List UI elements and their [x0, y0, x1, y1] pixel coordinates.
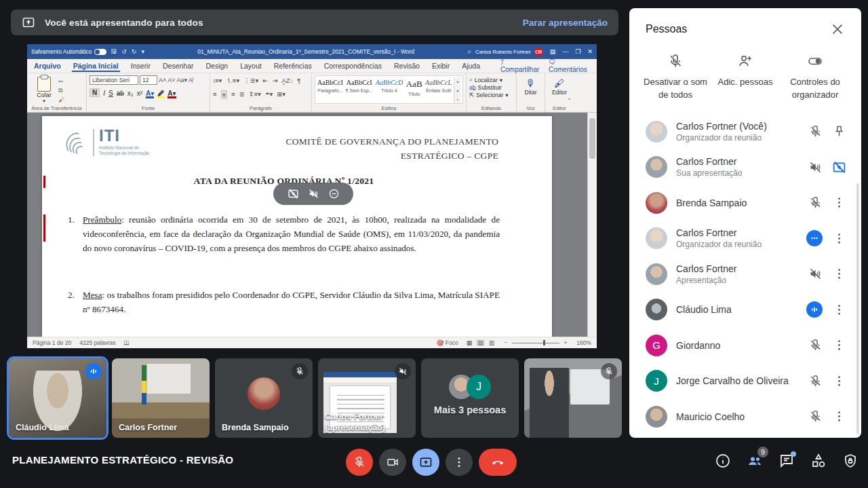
- more-options-icon[interactable]: [832, 338, 846, 352]
- pilcrow-icon[interactable]: ¶: [297, 77, 300, 86]
- comments-button[interactable]: 🗨 Comentários: [549, 58, 591, 73]
- read-mode-icon[interactable]: ▦: [467, 339, 473, 346]
- more-options-icon[interactable]: [832, 303, 846, 317]
- line-spacing-icon[interactable]: ⇕≡▾: [249, 90, 261, 99]
- style-paragrafo[interactable]: AaBbCcI Parágrafo...: [317, 77, 344, 103]
- shrink-font-icon[interactable]: A˅: [167, 77, 175, 83]
- replace-button[interactable]: ab̲Substituir: [469, 84, 513, 91]
- format-painter-icon[interactable]: 🖌: [58, 96, 64, 103]
- tab-desenhar[interactable]: Desenhar: [161, 60, 195, 72]
- share-button[interactable]: ⤴ Compartilhar: [500, 58, 540, 73]
- focus-mode-button[interactable]: 🎯 Foco: [437, 339, 458, 346]
- align-right-icon[interactable]: ≡: [231, 90, 235, 99]
- dictate-icon[interactable]: 🎙: [526, 77, 536, 89]
- tab-inserir[interactable]: Inserir: [130, 60, 152, 72]
- autosave-toggle[interactable]: Salvamento Automático: [31, 48, 106, 55]
- participant-row[interactable]: Carlos Fortner Organizador da reunião: [629, 221, 861, 257]
- participant-row[interactable]: Cláudio Lima: [629, 292, 861, 328]
- subscript-button[interactable]: x₂: [127, 90, 134, 97]
- qat-caret-icon[interactable]: ▾: [141, 48, 144, 55]
- font-name-select[interactable]: Liberation Seri: [90, 75, 138, 85]
- participant-row[interactable]: Brenda Sampaio: [629, 185, 861, 221]
- participant-row[interactable]: Carlos Fortner (Você) Organizador da reu…: [629, 114, 861, 150]
- indent-inc-icon[interactable]: ⇥: [272, 77, 277, 86]
- minimize-overlay-icon[interactable]: [328, 188, 340, 200]
- more-options-icon[interactable]: [832, 409, 846, 424]
- paste-button[interactable]: Colar ▾: [30, 75, 58, 104]
- video-tile-claudio[interactable]: Cláudio Lima: [9, 358, 106, 438]
- pin-icon[interactable]: [832, 124, 846, 138]
- tab-correspondencias[interactable]: Correspondências: [323, 60, 383, 72]
- activities-icon[interactable]: [810, 453, 827, 469]
- align-left-icon[interactable]: ≡: [213, 90, 217, 99]
- style-sem-espaco[interactable]: AaBbCcI ¶ Sem Esp...: [345, 77, 374, 103]
- present-button-active[interactable]: [412, 449, 439, 476]
- mute-all-button[interactable]: Desativar o som de todos: [642, 53, 709, 102]
- close-button[interactable]: ✕: [587, 48, 593, 55]
- font-color-button[interactable]: A▾: [167, 90, 176, 97]
- end-call-button[interactable]: [479, 449, 517, 476]
- more-options-icon[interactable]: [832, 267, 846, 281]
- host-controls-icon[interactable]: [842, 453, 859, 469]
- participant-row[interactable]: G Giordanno: [629, 328, 861, 364]
- zoom-slider[interactable]: [512, 343, 559, 343]
- restore-button[interactable]: ❐: [575, 48, 580, 55]
- zoom-in-icon[interactable]: ＋: [563, 339, 569, 347]
- find-button[interactable]: ⌕Localizar ▾: [469, 76, 513, 83]
- info-icon[interactable]: [715, 453, 731, 469]
- stop-presentation-icon[interactable]: [832, 160, 846, 174]
- document-canvas[interactable]: ITI Instituto Nacional de Tecnologia da …: [27, 113, 597, 337]
- undo-icon[interactable]: ↺: [121, 48, 127, 55]
- italic-button[interactable]: I: [103, 90, 105, 97]
- tab-exibir[interactable]: Exibir: [431, 60, 451, 72]
- align-center-icon[interactable]: ≡: [221, 90, 228, 99]
- zoom-level[interactable]: 160%: [576, 339, 591, 346]
- close-panel-icon[interactable]: [830, 22, 845, 37]
- borders-icon[interactable]: ⊞▾: [277, 90, 285, 99]
- minimize-button[interactable]: —: [562, 48, 568, 55]
- video-tile-presentation[interactable]: Carlos Fortner (apresentação): [318, 358, 416, 438]
- participant-row[interactable]: Carlos Fortner Sua apresentação: [629, 149, 861, 185]
- add-people-button[interactable]: Adic. pessoas: [711, 53, 779, 102]
- present-off-icon[interactable]: [288, 188, 299, 200]
- indent-dec-icon[interactable]: ⇤: [262, 77, 268, 86]
- copy-icon[interactable]: ⧉: [58, 87, 64, 94]
- shading-icon[interactable]: 🞁▾: [265, 90, 273, 99]
- styles-gallery-scroll[interactable]: ▴▾▿: [454, 77, 461, 103]
- video-tile-carlos[interactable]: Carlos Fortner: [112, 358, 210, 438]
- text-effects-button[interactable]: A▾: [146, 90, 154, 97]
- word-count[interactable]: 4225 palavras: [79, 339, 115, 346]
- proofing-icon[interactable]: 🕮: [124, 339, 130, 346]
- strikethrough-button[interactable]: ab: [117, 90, 124, 97]
- chat-icon[interactable]: [778, 453, 795, 469]
- style-enfase-sutil[interactable]: AaBbCcL Ênfase Sutil: [425, 77, 452, 103]
- more-options-icon[interactable]: [832, 374, 846, 388]
- document-scrollbar[interactable]: [587, 113, 597, 337]
- sort-icon[interactable]: A͓Z↓: [281, 77, 293, 86]
- participant-row[interactable]: Carlos Fortner Apresentação: [629, 257, 861, 293]
- document-page[interactable]: ITI Instituto Nacional de Tecnologia da …: [42, 116, 552, 337]
- search-icon[interactable]: ⌕: [467, 48, 471, 56]
- more-options-icon[interactable]: [832, 231, 846, 246]
- tab-ajuda[interactable]: Ajuda: [460, 60, 481, 72]
- redo-icon[interactable]: ↻: [132, 48, 137, 55]
- panel-scrollbar[interactable]: [856, 183, 859, 434]
- tab-arquivo[interactable]: Arquivo: [33, 60, 62, 72]
- font-size-select[interactable]: 12: [140, 75, 157, 85]
- select-button[interactable]: ⇱Selecionar ▾: [469, 92, 513, 98]
- print-layout-icon[interactable]: ▤: [476, 339, 485, 346]
- bullets-icon[interactable]: ⁝≡▾: [213, 77, 222, 86]
- video-tile-brenda[interactable]: Brenda Sampaio: [215, 358, 313, 438]
- video-tile-overflow[interactable]: J Mais 3 pessoas: [421, 358, 519, 438]
- page-indicator[interactable]: Página 1 de 20: [33, 339, 71, 346]
- style-titulo4[interactable]: AaBbCcD Título 4: [375, 77, 404, 103]
- mic-toggle-button[interactable]: [346, 449, 373, 476]
- grow-font-icon[interactable]: A˄: [159, 77, 166, 83]
- account-user[interactable]: Carlos Roberto Fortner CR: [475, 48, 543, 56]
- justify-icon[interactable]: ≣: [239, 90, 245, 99]
- tab-revisao[interactable]: Revisão: [393, 60, 421, 72]
- ribbon-options-icon[interactable]: ▤: [550, 48, 556, 55]
- tab-referencias[interactable]: Referências: [273, 60, 313, 72]
- cut-icon[interactable]: ✂: [58, 78, 64, 85]
- video-tile-you[interactable]: Você: [524, 358, 622, 438]
